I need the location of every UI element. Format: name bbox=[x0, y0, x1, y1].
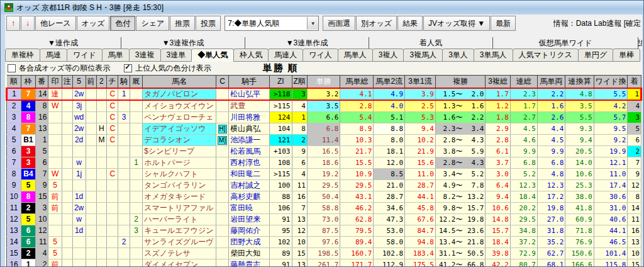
popularity-color-checkbox[interactable] bbox=[124, 64, 132, 72]
tab-group-3[interactable]: 着人気 bbox=[369, 37, 493, 48]
sort-mode-combobox[interactable]: 7:◆単勝人気順 ▼ bbox=[225, 16, 319, 31]
tab-group-0[interactable]: ▼連作成 bbox=[5, 37, 121, 48]
tab-0[interactable]: 単複枠 bbox=[5, 48, 40, 62]
toolbar-button-left-0[interactable]: 他レース bbox=[35, 16, 76, 31]
tab-7[interactable]: 枠人気 bbox=[233, 48, 269, 62]
cell-finish-pos: 4 bbox=[628, 100, 641, 112]
odds-row[interactable]: 9595タンゴバイラリン吉村誠之1001129.529.521.028.74.9… bbox=[7, 179, 641, 191]
column-header-12[interactable]: C bbox=[216, 76, 229, 88]
odds-row[interactable]: 12510w2ハーバーライト岩田望来911373.062.847.367.612… bbox=[7, 213, 641, 225]
toolbar-button-left-3[interactable]: シェア bbox=[136, 16, 169, 31]
tab-14[interactable]: 3単馬人 bbox=[474, 48, 513, 62]
odds-row[interactable]: 635$シンビリーブ松若風馬+103916.521.718.121.93.8〜5… bbox=[7, 145, 641, 157]
column-header-5[interactable]: 5 bbox=[72, 76, 86, 88]
odds-row[interactable]: 736w1ホルトバージ西村淳也108618.615.512.015.62.8〜4… bbox=[7, 157, 641, 168]
tab-9[interactable]: ワイ人 bbox=[303, 48, 338, 62]
cell-zi: 91 bbox=[270, 213, 292, 225]
odds-row[interactable]: 136121d3キュールエフウジン藤岡佑介951287.579.553.084.… bbox=[7, 225, 641, 236]
odds-row[interactable]: 3816wdC3ペンナヴェローチェ川田将雅12416.65.45.15.31.6… bbox=[7, 111, 641, 123]
column-header-15[interactable]: Z順 bbox=[292, 76, 307, 88]
toolbar-button-left-4[interactable]: 推票 bbox=[170, 16, 195, 31]
toolbar-button-left-2[interactable]: 色付 bbox=[110, 16, 135, 31]
chevron-down-icon[interactable]: ▼ bbox=[307, 17, 318, 30]
cell-place-odds: 2.3〜3.4 bbox=[435, 123, 485, 134]
tab-15[interactable]: 人気マトリクス bbox=[513, 48, 579, 62]
column-header-6[interactable]: 前 bbox=[86, 76, 96, 88]
next-race-button[interactable]: ↓ bbox=[21, 16, 35, 31]
toolbar-button-right-4[interactable]: 最新 bbox=[491, 16, 516, 31]
column-header-11[interactable]: 馬名 bbox=[143, 76, 216, 88]
cell-place-odds: 2.8〜4.3 bbox=[435, 134, 485, 145]
column-header-26[interactable]: 着 bbox=[628, 76, 641, 88]
column-header-9[interactable]: 騎 bbox=[118, 76, 130, 88]
column-header-1[interactable]: 枠 bbox=[21, 76, 36, 88]
column-header-17[interactable]: 馬単総 bbox=[340, 76, 374, 88]
column-header-21[interactable]: 3複総 bbox=[486, 76, 510, 88]
column-header-0[interactable]: 順 bbox=[7, 76, 21, 88]
column-header-14[interactable]: ZI bbox=[270, 76, 292, 88]
tab-3[interactable]: 馬単 bbox=[102, 48, 130, 62]
cell-jockey: 和田竜二 bbox=[229, 168, 270, 179]
toolbar-button-right-0[interactable]: 画面選 bbox=[323, 16, 355, 31]
column-header-2[interactable]: 番 bbox=[35, 76, 48, 88]
cell-gear-badge: M] bbox=[216, 134, 229, 145]
tab-group-5[interactable]: 仮想結果 bbox=[638, 37, 642, 48]
prev-race-button[interactable]: ↑ bbox=[6, 16, 20, 31]
toolbar-button-right-3[interactable]: JVオッズ取得 ▼ bbox=[423, 16, 490, 31]
cell-zi-rank: 12 bbox=[292, 225, 307, 236]
column-header-16[interactable]: 単勝 bbox=[307, 76, 340, 88]
odds-row[interactable]: 47132wHCイデアイゴッソウH]横山典弘10486.88.98.89.42.… bbox=[7, 123, 641, 134]
column-header-7[interactable]: 2 bbox=[96, 76, 107, 88]
odds-row[interactable]: 5B112dMCデコラシオンM]池添謙一121211.410.38.010.22… bbox=[7, 134, 641, 145]
column-header-25[interactable]: ワイド換 bbox=[594, 76, 628, 88]
odds-row[interactable]: 10815前1dオメガタキシード高杉吏麒881650.443.128.744.1… bbox=[7, 191, 641, 202]
column-header-22[interactable]: 連総 bbox=[510, 76, 537, 88]
tab-13[interactable]: 3単人 bbox=[442, 48, 474, 62]
tab-2[interactable]: ワイド bbox=[67, 48, 103, 62]
toolbar-button-left-5[interactable]: 投票 bbox=[196, 16, 221, 31]
odds-row[interactable]: 248W3jCメイショウズイウン武豊>11543.52.84.02.51.3〜1… bbox=[7, 100, 641, 112]
tab-8[interactable]: 馬連人 bbox=[268, 48, 303, 62]
column-header-19[interactable]: 3単1流 bbox=[405, 76, 436, 88]
rank-display-checkbox[interactable] bbox=[8, 64, 16, 72]
cell-horse-name: イデアイゴッソウ bbox=[143, 123, 216, 134]
toolbar-button-right-1[interactable]: 別オッズ bbox=[356, 16, 397, 31]
tab-1[interactable]: 馬連 bbox=[40, 48, 67, 62]
cell-zi-rank: 9 bbox=[292, 145, 307, 157]
tab-16[interactable]: 単円グ bbox=[578, 48, 613, 62]
odds-row[interactable]: 1123前2wスマートリアファル富田暁106758.846.234.645.89… bbox=[7, 202, 641, 213]
odds-row[interactable]: 1714連2wC1タガノパビロン松山弘平>11833.24.14.93.91.5… bbox=[7, 88, 641, 100]
tab-11[interactable]: 3複人 bbox=[372, 48, 404, 62]
column-header-18[interactable]: 馬単2流 bbox=[374, 76, 405, 88]
tab-12[interactable]: 3複馬人 bbox=[403, 48, 443, 62]
column-header-8[interactable]: チ bbox=[107, 76, 118, 88]
tab-4[interactable]: 3連複 bbox=[129, 48, 161, 62]
cell-5races: wd bbox=[72, 111, 86, 123]
odds-row[interactable]: 1461152サンライズグルーヴ団野大成1021097.689.458.094.… bbox=[7, 236, 641, 247]
tab-17[interactable]: 単棒 bbox=[613, 48, 640, 62]
tab-5[interactable]: 3連単 bbox=[160, 48, 192, 62]
tab-6[interactable]: ◆単人気 bbox=[191, 48, 234, 62]
cell-chi: C bbox=[107, 134, 118, 145]
cell-zi-rank: 1 bbox=[292, 111, 307, 123]
tab-group-4[interactable]: 仮想馬単ワイド bbox=[493, 37, 638, 48]
odds-row[interactable]: 1612前ダイメイセブン藤懸貴志9113261.7171.7112.9175.5… bbox=[7, 259, 641, 267]
column-header-13[interactable]: 騎手 bbox=[229, 76, 270, 88]
column-header-3[interactable]: 印 bbox=[48, 76, 62, 88]
tab-group-1[interactable]: ▼3連複作成 bbox=[121, 37, 245, 48]
column-header-4[interactable]: 注 bbox=[62, 76, 72, 88]
toolbar-button-left-1[interactable]: オッズ bbox=[77, 16, 110, 31]
toolbar-button-right-2[interactable]: 結果 bbox=[397, 16, 423, 31]
cell-note bbox=[62, 225, 72, 236]
cell-gear-badge bbox=[216, 168, 229, 179]
column-header-20[interactable]: 複勝 bbox=[435, 76, 485, 88]
column-header-10[interactable]: 厩 bbox=[130, 76, 142, 88]
odds-row[interactable]: 15245スズノテレサ柴田大知8915198.5160.7102.8183.43… bbox=[7, 247, 641, 259]
tab-10[interactable]: 馬単人 bbox=[338, 48, 373, 62]
cell-zi-rank: 13 bbox=[292, 213, 307, 225]
odds-row[interactable]: 8B47W1jCシャルクハフト和田竜二>115419.210.98.511.03… bbox=[7, 168, 641, 179]
column-header-23[interactable]: 馬単両 bbox=[537, 76, 565, 88]
column-header-24[interactable]: 連換算 bbox=[565, 76, 594, 88]
cell-5races bbox=[72, 179, 86, 191]
tab-group-2[interactable]: ▼3連単作成 bbox=[245, 37, 369, 48]
